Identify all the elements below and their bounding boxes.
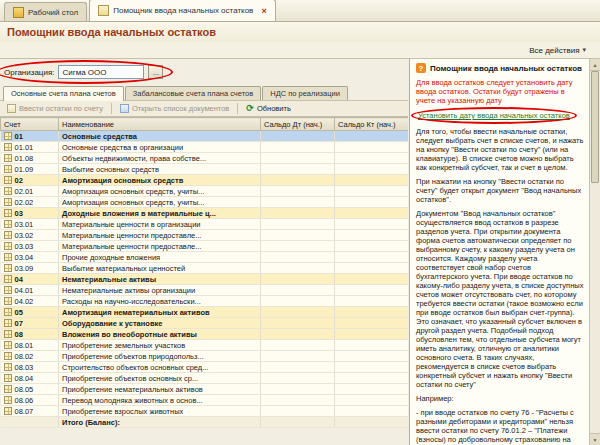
account-icon xyxy=(4,407,12,415)
help-paragraph: Для того, чтобы ввести начальные остатки… xyxy=(416,127,584,172)
table-row[interactable]: 03.01Материальные ценности в организации xyxy=(1,219,409,230)
account-icon xyxy=(4,187,12,195)
table-row[interactable]: 02.01Амортизация основных средств, учиты… xyxy=(1,186,409,197)
account-icon xyxy=(4,220,12,228)
tab-assistant-label: Помощник ввода начальных остатков xyxy=(113,6,253,15)
column-header-account[interactable]: Счет xyxy=(1,118,59,131)
table-row[interactable]: 03.02Материальные ценности предоставле..… xyxy=(1,230,409,241)
help-question-icon: ? xyxy=(416,63,426,73)
app-window: Рабочий стол Помощник ввода начальных ос… xyxy=(0,0,600,445)
account-icon xyxy=(4,264,12,272)
table-row[interactable]: 02.02Амортизация основных средств, учиты… xyxy=(1,197,409,208)
column-header-credit[interactable]: Сальдо Кт (нач.) xyxy=(335,118,409,131)
window-tab-bar: Рабочий стол Помощник ввода начальных ос… xyxy=(0,0,600,22)
account-icon xyxy=(4,198,12,206)
close-tab-icon[interactable]: × xyxy=(261,6,266,16)
total-row: Итого (Баланс): xyxy=(1,417,409,428)
table-row[interactable]: 03.09Выбытие материальных ценностей xyxy=(1,263,409,274)
table-row[interactable]: 01.08Объекты недвижимости, права собстве… xyxy=(1,153,409,164)
help-paragraphs: Для того, чтобы ввести начальные остатки… xyxy=(416,127,584,445)
refresh-button[interactable]: ⟳ Обновить xyxy=(242,103,295,114)
table-row[interactable]: 03.04Прочие доходные вложения xyxy=(1,252,409,263)
organization-input[interactable]: Сигма ООО xyxy=(58,65,144,79)
tab-main-accounts[interactable]: Основные счета плана счетов xyxy=(3,86,124,101)
table-row[interactable]: 04.01Нематериальные активы организации xyxy=(1,285,409,296)
table-row[interactable]: 01Основные средства xyxy=(1,131,409,142)
chevron-down-icon: ▾ xyxy=(582,46,586,54)
account-icon xyxy=(4,165,12,173)
help-pane: ? Помощник ввода начальных остатков Для … xyxy=(409,59,589,445)
all-actions-button[interactable]: Все действия ▾ xyxy=(529,46,586,55)
table-row[interactable]: 05Амортизация нематериальных активов xyxy=(1,307,409,318)
account-icon xyxy=(4,143,12,151)
table-row[interactable]: 04.02Расходы на научно-исследовательски.… xyxy=(1,296,409,307)
table-row[interactable]: 02Амортизация основных средств xyxy=(1,175,409,186)
scrollbar-thumb[interactable] xyxy=(591,71,599,183)
account-icon xyxy=(4,308,12,316)
account-icon xyxy=(4,341,12,349)
set-start-date-link[interactable]: Установить дату ввода начальных остатков xyxy=(418,111,570,120)
account-icon xyxy=(4,385,12,393)
total-label: Итого (Баланс): xyxy=(59,417,261,428)
table-row[interactable]: 08Вложения во внеоборотные активы xyxy=(1,329,409,340)
table-row[interactable]: 08.01Приобретение земельных участков xyxy=(1,340,409,351)
page-title: Помощник ввода начальных остатков xyxy=(7,26,216,38)
open-documents-button[interactable]: Открыть список документов xyxy=(116,103,233,114)
form-icon xyxy=(98,5,109,16)
toolbar-separator xyxy=(111,103,112,114)
account-icon xyxy=(4,209,12,217)
organization-row: Организация: Сигма ООО ... xyxy=(0,59,408,84)
enter-balances-button[interactable]: Ввести остатки по счету xyxy=(3,103,107,114)
view-tab-strip: Основные счета плана счетов Забалансовые… xyxy=(0,84,408,100)
table-row[interactable]: 07Оборудование к установке xyxy=(1,318,409,329)
help-paragraph: Документом "Ввод начальных остатков" осу… xyxy=(416,209,584,389)
help-title: Помощник ввода начальных остатков xyxy=(430,64,582,73)
column-header-debit[interactable]: Сальдо Дт (нач.) xyxy=(261,118,335,131)
accounts-table: Счет Наименование Сальдо Дт (нач.) Сальд… xyxy=(0,117,408,428)
command-bar: Все действия ▾ xyxy=(0,42,600,59)
table-row[interactable]: 08.02Приобретение объектов природопольз.… xyxy=(1,351,409,362)
organization-picker-button[interactable]: ... xyxy=(148,65,163,79)
tab-desktop[interactable]: Рабочий стол xyxy=(4,2,87,21)
help-scrollbar[interactable]: ▲ ▼ xyxy=(589,59,600,445)
scroll-up-icon[interactable]: ▲ xyxy=(590,59,600,71)
main-pane: Организация: Сигма ООО ... Основные счет… xyxy=(0,59,408,445)
form-title-bar: Помощник ввода начальных остатков xyxy=(0,22,600,42)
table-row[interactable]: 08.06Перевод молодняка животных в основ.… xyxy=(1,395,409,406)
account-icon xyxy=(4,396,12,404)
account-icon xyxy=(4,352,12,360)
table-row[interactable]: 08.04Приобретение объектов основных ср..… xyxy=(1,373,409,384)
scroll-down-icon[interactable]: ▼ xyxy=(590,433,600,445)
table-row[interactable]: 01.09Выбытие основных средств xyxy=(1,164,409,175)
table-header-row: Счет Наименование Сальдо Дт (нач.) Сальд… xyxy=(1,118,409,131)
help-header: ? Помощник ввода начальных остатков xyxy=(416,63,584,73)
table-row[interactable]: 08.03Строительство объектов основных сре… xyxy=(1,362,409,373)
table-row[interactable]: 08.05Приобретение нематериальных активов xyxy=(1,384,409,395)
account-icon xyxy=(4,242,12,250)
desktop-icon xyxy=(13,7,24,18)
account-icon xyxy=(4,319,12,327)
accounts-table-body: 01Основные средства01.01Основные средств… xyxy=(1,131,409,417)
help-paragraph: Например: xyxy=(416,394,584,403)
table-row[interactable]: 03.03Материальные ценности предоставле..… xyxy=(1,241,409,252)
column-header-name[interactable]: Наименование xyxy=(59,118,261,131)
table-row[interactable]: 04Нематериальные активы xyxy=(1,274,409,285)
help-paragraph: При нажатии на кнопку "Ввести остатки по… xyxy=(416,177,584,204)
account-icon xyxy=(4,253,12,261)
account-icon xyxy=(4,176,12,184)
account-icon xyxy=(4,154,12,162)
tab-offbalance-accounts[interactable]: Забалансовые счета плана счетов xyxy=(125,86,261,100)
document-icon xyxy=(7,104,16,113)
list-toolbar: Ввести остатки по счету Открыть список д… xyxy=(0,100,408,117)
table-row[interactable]: 03Доходные вложения в материальные ц... xyxy=(1,208,409,219)
table-row[interactable]: 08.07Приобретение взрослых животных xyxy=(1,406,409,417)
account-icon xyxy=(4,132,12,140)
account-icon xyxy=(4,231,12,239)
table-row[interactable]: 01.01Основные средства в организации xyxy=(1,142,409,153)
tab-vat-sales[interactable]: НДС по реализации xyxy=(262,86,348,100)
all-actions-label: Все действия xyxy=(529,46,579,55)
tab-assistant[interactable]: Помощник ввода начальных остатков × xyxy=(89,0,275,21)
toolbar-separator xyxy=(237,103,238,114)
refresh-icon: ⟳ xyxy=(246,104,254,113)
account-icon xyxy=(4,330,12,338)
